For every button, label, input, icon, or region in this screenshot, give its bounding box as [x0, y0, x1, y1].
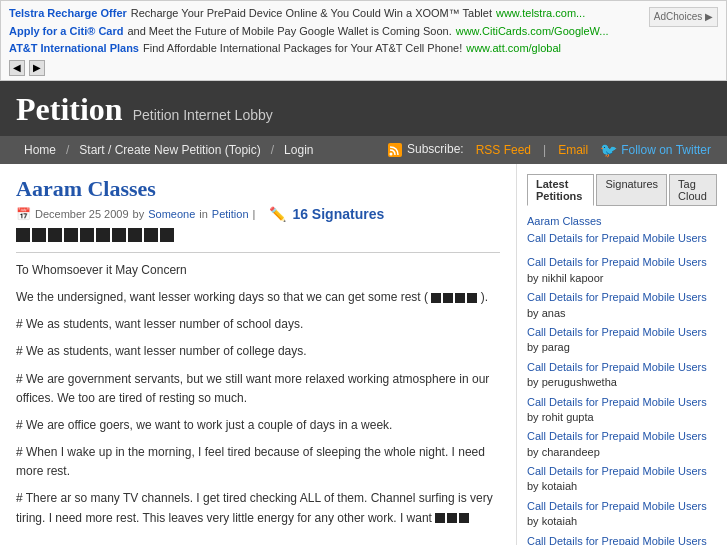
sidebar-entry-link-5[interactable]: Call Details for Prepaid Mobile Users	[527, 430, 707, 442]
meta-sep: |	[253, 208, 256, 220]
petition-category-link[interactable]: Petition	[212, 208, 249, 220]
petition-point-3: # We are government servants, but we sti…	[16, 370, 500, 408]
sidebar-petitions: Aaram Classes Call Details for Prepaid M…	[527, 214, 717, 246]
signatures-link[interactable]: 16 Signatures	[292, 206, 384, 222]
sidebar-entry-link-1[interactable]: Call Details for Prepaid Mobile Users	[527, 291, 707, 303]
petition-point-1: # We as students, want lesser number of …	[16, 315, 500, 334]
nav-links: Home / Start / Create New Petition (Topi…	[16, 141, 321, 159]
petition-meta: 📅 December 25 2009 by Someone in Petitio…	[16, 206, 500, 222]
inline-block-2	[443, 293, 453, 303]
petition-intro: We the undersigned, want lesser working …	[16, 288, 500, 307]
nav-home[interactable]: Home	[16, 141, 64, 159]
ad-prev-button[interactable]: ◀	[9, 60, 25, 76]
sidebar-by-7: by kotaiah	[527, 515, 577, 527]
ad-line-2: Apply for a Citi® Card and Meet the Futu…	[9, 23, 649, 41]
main-layout: Aaram Classes 📅 December 25 2009 by Some…	[0, 164, 727, 545]
sidebar-by-5: by charandeep	[527, 446, 600, 458]
sidebar-entry-link-0[interactable]: Call Details for Prepaid Mobile Users	[527, 256, 707, 268]
petition-author-link[interactable]: Someone	[148, 208, 195, 220]
block-3	[48, 228, 62, 242]
inline-block-5	[435, 513, 445, 523]
inline-block-4	[467, 293, 477, 303]
site-title: Petition	[16, 91, 123, 128]
ad-choices[interactable]: AdChoices ▶	[649, 7, 718, 27]
sidebar: Latest Petitions Signatures Tag Cloud Aa…	[517, 164, 727, 545]
ad-url-3: www.att.com/global	[466, 40, 561, 58]
nav-create[interactable]: Start / Create New Petition (Topic)	[71, 141, 268, 159]
rss-link[interactable]: RSS Feed	[476, 143, 531, 157]
ad-text-3: Find Affordable International Packages f…	[143, 40, 462, 58]
petition-body: To Whomsoever it May Concern We the unde…	[16, 261, 500, 528]
email-link[interactable]: Email	[558, 143, 588, 157]
sidebar-entry-link-8[interactable]: Call Details for Prepaid Mobile Users	[527, 535, 707, 545]
sidebar-entry-link-6[interactable]: Call Details for Prepaid Mobile Users	[527, 465, 707, 477]
sidebar-entry-2: Call Details for Prepaid Mobile Users by…	[527, 325, 717, 356]
ad-next-button[interactable]: ▶	[29, 60, 45, 76]
block-8	[128, 228, 142, 242]
sidebar-tabs: Latest Petitions Signatures Tag Cloud	[527, 174, 717, 206]
petition-point-4: # We are office goers, we want to work j…	[16, 416, 500, 435]
sidebar-entries: Call Details for Prepaid Mobile Users by…	[527, 255, 717, 545]
pencil-icon: ✏️	[269, 206, 286, 222]
subscribe-label: Subscribe:	[388, 142, 464, 157]
tab-latest-petitions[interactable]: Latest Petitions	[527, 174, 594, 206]
sidebar-entry-4: Call Details for Prepaid Mobile Users by…	[527, 395, 717, 426]
tab-tag-cloud[interactable]: Tag Cloud	[669, 174, 717, 206]
petition-salutation: To Whomsoever it May Concern	[16, 261, 500, 280]
twitter-follow-link[interactable]: 🐦 Follow on Twitter	[600, 142, 711, 158]
site-header: Petition Petition Internet Lobby	[0, 81, 727, 136]
block-1	[16, 228, 30, 242]
twitter-icon: 🐦	[600, 142, 617, 158]
signatures-badge: ✏️ 16 Signatures	[269, 206, 384, 222]
sidebar-by-0: by nikhil kapoor	[527, 272, 603, 284]
ad-text-1: Recharge Your PrePaid Device Online & Yo…	[131, 5, 492, 23]
block-4	[64, 228, 78, 242]
svg-point-1	[389, 153, 392, 156]
sidebar-entry-link-7[interactable]: Call Details for Prepaid Mobile Users	[527, 500, 707, 512]
ad-link-3[interactable]: AT&T International Plans	[9, 40, 139, 58]
sidebar-entry-8: Call Details for Prepaid Mobile Users by…	[527, 534, 717, 545]
ad-url-1: www.telstra.com...	[496, 5, 585, 23]
ad-link-1[interactable]: Telstra Recharge Offer	[9, 5, 127, 23]
petition-divider	[16, 252, 500, 253]
petition-title: Aaram Classes	[16, 176, 500, 202]
sidebar-entry-link-2[interactable]: Call Details for Prepaid Mobile Users	[527, 326, 707, 338]
sidebar-petition-0[interactable]: Aaram Classes	[527, 214, 717, 228]
sidebar-entry-1: Call Details for Prepaid Mobile Users by…	[527, 290, 717, 321]
twitter-follow-label: Follow on Twitter	[621, 143, 711, 157]
sidebar-entry-link-3[interactable]: Call Details for Prepaid Mobile Users	[527, 361, 707, 373]
sidebar-by-2: by parag	[527, 341, 570, 353]
ad-text-2: and Meet the Future of Mobile Pay Google…	[127, 23, 451, 41]
block-9	[144, 228, 158, 242]
meta-by: by	[133, 208, 145, 220]
petition-point-6: # There ar so many TV channels. I get ti…	[16, 489, 500, 527]
nav-login[interactable]: Login	[276, 141, 321, 159]
sidebar-entry-3: Call Details for Prepaid Mobile Users by…	[527, 360, 717, 391]
sidebar-by-1: by anas	[527, 307, 566, 319]
content-area: Aaram Classes 📅 December 25 2009 by Some…	[0, 164, 517, 545]
ad-line-3: AT&T International Plans Find Affordable…	[9, 40, 718, 58]
sidebar-entry-0: Call Details for Prepaid Mobile Users by…	[527, 255, 717, 286]
block-6	[96, 228, 110, 242]
ad-line-1: Telstra Recharge Offer Recharge Your Pre…	[9, 5, 649, 23]
block-7	[112, 228, 126, 242]
tab-signatures[interactable]: Signatures	[596, 174, 667, 206]
ad-link-2[interactable]: Apply for a Citi® Card	[9, 23, 123, 41]
petition-intro-text: We the undersigned, want lesser working …	[16, 290, 428, 304]
block-10	[160, 228, 174, 242]
petition-intro-close: ).	[481, 290, 488, 304]
nav-sep-1: /	[64, 141, 71, 159]
petition-date: December 25 2009	[35, 208, 129, 220]
sidebar-entry-6: Call Details for Prepaid Mobile Users by…	[527, 464, 717, 495]
sidebar-petition-1[interactable]: Call Details for Prepaid Mobile Users	[527, 231, 717, 245]
sidebar-entry-link-4[interactable]: Call Details for Prepaid Mobile Users	[527, 396, 707, 408]
petition-point-2: # We as students, want lesser number of …	[16, 342, 500, 361]
petition-point-6-text: # There ar so many TV channels. I get ti…	[16, 491, 493, 524]
petition-point-5: # When I wake up in the morning, I feel …	[16, 443, 500, 481]
block-5	[80, 228, 94, 242]
inline-block-7	[459, 513, 469, 523]
sidebar-by-3: by perugushwetha	[527, 376, 617, 388]
block-2	[32, 228, 46, 242]
inline-block-6	[447, 513, 457, 523]
black-blocks	[16, 228, 500, 242]
